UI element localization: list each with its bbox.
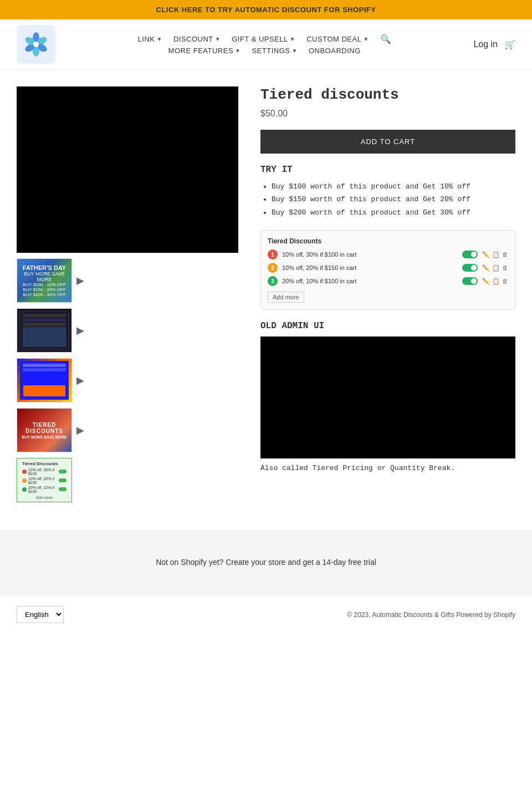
discount-card-title: Tiered Discounts [268, 237, 508, 245]
discount-icons-2: ✏️ 📋 🗑 [482, 264, 508, 272]
discount-num-2: 2 [268, 263, 278, 273]
footer: English © 2023, Automatic Discounts & Gi… [0, 594, 532, 634]
login-button[interactable]: Log in [473, 39, 498, 49]
old-admin-desc: Also called Tiered Pricing or Quantity B… [260, 464, 515, 472]
thumbnail-admin2[interactable] [17, 358, 72, 402]
thumbnail-tiered[interactable]: TIERED DISCOUNTS BUY MORE SAVE MORE [17, 408, 72, 452]
chevron-down-icon: ▼ [235, 48, 241, 54]
add-more-button[interactable]: Add more [268, 292, 304, 303]
old-admin-title: OLD ADMIN UI [260, 321, 515, 331]
thumbnail-group-1: FATHER'S DAY BUY MORE SAVE MORE BUY $100… [17, 258, 238, 303]
try-it-section: TRY IT Buy $100 worth of this product an… [260, 165, 515, 219]
copy-icon[interactable]: 📋 [492, 264, 500, 272]
announcement-bar[interactable]: CLICK HERE TO TRY AUTOMATIC DISCOUNT FOR… [0, 0, 532, 19]
nav-gift-upsell[interactable]: GIFT & UPSELL ▼ [232, 35, 295, 43]
chevron-down-icon: ▼ [156, 36, 162, 42]
thumbnail-group-5: Tiered Discounts 10% off, 30% if $100 10… [17, 458, 238, 502]
main-product-image[interactable] [17, 86, 238, 253]
thumbnail-group-2: ▶ [17, 308, 238, 353]
list-item: Buy $100 worth of this product and Get 1… [272, 180, 515, 193]
discount-num-1: 1 [268, 249, 278, 259]
list-item: Buy $200 worth of this product and Get 3… [272, 206, 515, 219]
chevron-down-icon: ▼ [292, 48, 298, 54]
nav-row-1: LINK ▼ DISCOUNT ▼ GIFT & UPSELL ▼ CUSTOM… [138, 34, 391, 44]
footer-promo-text: Not on Shopify yet? Create your store an… [11, 558, 521, 567]
try-it-title: TRY IT [260, 165, 515, 175]
copy-icon[interactable]: 📋 [492, 278, 500, 285]
logo[interactable] [17, 25, 55, 64]
play-button-1[interactable]: ▶ [76, 274, 84, 287]
play-button-4[interactable]: ▶ [76, 424, 84, 436]
discount-row-1: 1 10% off, 30% if $100 in cart ✏️ 📋 🗑 [268, 249, 508, 259]
toggle-1[interactable] [462, 251, 478, 258]
list-item: Buy $150 worth of this product and Get 2… [272, 193, 515, 206]
add-to-cart-button[interactable]: ADD TO CART [260, 130, 515, 154]
toggle-3[interactable] [462, 277, 478, 285]
footer-promo: Not on Shopify yet? Create your store an… [0, 530, 532, 594]
thumbnail-table[interactable]: Tiered Discounts 10% off, 30% if $100 10… [17, 458, 72, 502]
nav-custom-deal[interactable]: CUSTOM DEAL ▼ [306, 35, 369, 43]
nav-row-2: MORE FEATURES ▼ SETTINGS ▼ ONBOARDING [168, 47, 361, 55]
thumbnail-group-4: TIERED DISCOUNTS BUY MORE SAVE MORE ▶ [17, 408, 238, 452]
announcement-link[interactable]: CLICK HERE TO TRY AUTOMATIC DISCOUNT FOR… [156, 6, 376, 14]
search-button[interactable]: 🔍 [380, 34, 391, 44]
copy-icon[interactable]: 📋 [492, 251, 500, 258]
product-images: FATHER'S DAY BUY MORE SAVE MORE BUY $100… [17, 86, 238, 502]
cart-button[interactable]: 🛒 [504, 39, 515, 50]
try-it-list: Buy $100 worth of this product and Get 1… [260, 180, 515, 219]
discount-card: Tiered Discounts 1 10% off, 30% if $100 … [260, 230, 515, 310]
nav-icons: Log in 🛒 [473, 39, 515, 50]
product-price: $50.00 [260, 109, 515, 119]
thumbnail-group-3: ▶ [17, 358, 238, 402]
nav-link[interactable]: LINK ▼ [138, 35, 162, 43]
language-select[interactable]: English [17, 606, 64, 623]
nav-onboarding[interactable]: ONBOARDING [309, 47, 361, 55]
nav-discount[interactable]: DISCOUNT ▼ [173, 35, 221, 43]
edit-icon[interactable]: ✏️ [482, 264, 490, 272]
discount-icons-3: ✏️ 📋 🗑 [482, 278, 508, 285]
play-button-3[interactable]: ▶ [76, 374, 84, 386]
chevron-down-icon: ▼ [363, 36, 369, 42]
nav-settings[interactable]: SETTINGS ▼ [252, 47, 298, 55]
main-nav: LINK ▼ DISCOUNT ▼ GIFT & UPSELL ▼ CUSTOM… [138, 34, 391, 55]
chevron-down-icon: ▼ [290, 36, 295, 42]
footer-copyright: © 2023, Automatic Discounts & Gifts Powe… [347, 611, 515, 619]
discount-label-1: 10% off, 30% if $100 in cart [282, 251, 458, 258]
discount-label-3: 20% off, 10% if $100 in cart [282, 278, 458, 284]
old-admin-video[interactable] [260, 337, 515, 458]
discount-row-3: 3 20% off, 10% if $100 in cart ✏️ 📋 🗑 [268, 276, 508, 286]
toggle-2[interactable] [462, 264, 478, 272]
product-section: FATHER'S DAY BUY MORE SAVE MORE BUY $100… [0, 70, 532, 519]
delete-icon[interactable]: 🗑 [502, 278, 508, 285]
discount-label-2: 10% off, 20% if $150 in cart [282, 264, 458, 271]
discount-num-3: 3 [268, 276, 278, 286]
svg-point-7 [33, 42, 39, 47]
delete-icon[interactable]: 🗑 [502, 264, 508, 272]
product-title: Tiered discounts [260, 86, 515, 103]
discount-row-2: 2 10% off, 20% if $150 in cart ✏️ 📋 🗑 [268, 263, 508, 273]
thumbnail-fathersday[interactable]: FATHER'S DAY BUY MORE SAVE MORE BUY $100… [17, 258, 72, 303]
header: LINK ▼ DISCOUNT ▼ GIFT & UPSELL ▼ CUSTOM… [0, 19, 532, 70]
nav-more-features[interactable]: MORE FEATURES ▼ [168, 47, 241, 55]
edit-icon[interactable]: ✏️ [482, 278, 490, 285]
delete-icon[interactable]: 🗑 [502, 251, 508, 258]
discount-icons-1: ✏️ 📋 🗑 [482, 251, 508, 258]
chevron-down-icon: ▼ [215, 36, 221, 42]
play-button-2[interactable]: ▶ [76, 324, 84, 337]
thumbnail-admin1[interactable] [17, 308, 72, 353]
edit-icon[interactable]: ✏️ [482, 251, 490, 258]
product-info: Tiered discounts $50.00 ADD TO CART TRY … [260, 86, 515, 502]
